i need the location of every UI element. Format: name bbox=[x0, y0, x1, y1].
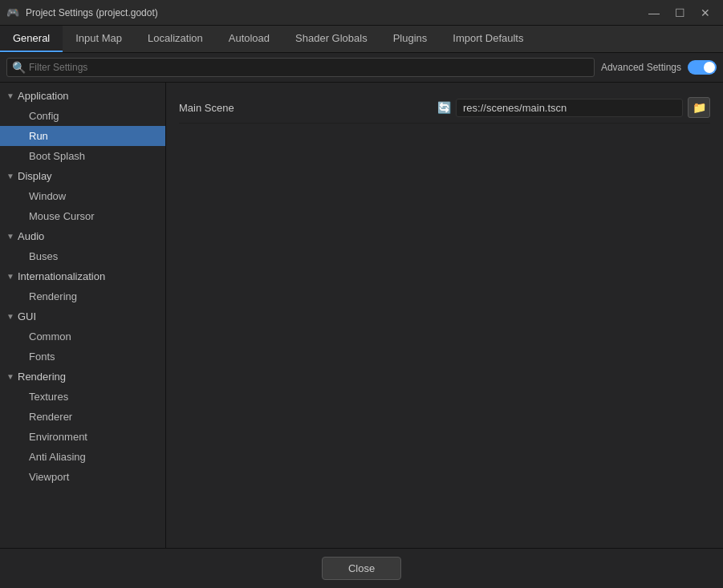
chevron-gui-icon: ▼ bbox=[6, 312, 14, 321]
sidebar-item-renderer[interactable]: Renderer bbox=[0, 407, 165, 427]
chevron-audio-icon: ▼ bbox=[6, 232, 14, 241]
sidebar-item-run[interactable]: Run bbox=[0, 126, 165, 146]
sidebar: ▼ApplicationConfigRunBoot Splash▼Display… bbox=[0, 83, 166, 548]
content-value-wrap: 🔄res://scenes/main.tscn📁 bbox=[437, 97, 710, 118]
dialog: GeneralInput MapLocalizationAutoloadShad… bbox=[0, 26, 723, 588]
content-value-text: res://scenes/main.tscn bbox=[456, 99, 683, 117]
close-dialog-button[interactable]: Close bbox=[322, 557, 401, 580]
sidebar-group-header-application[interactable]: ▼Application bbox=[0, 86, 165, 106]
sidebar-item-viewport[interactable]: Viewport bbox=[0, 467, 165, 487]
toggle-knob bbox=[704, 62, 715, 73]
app-icon: 🎮 bbox=[6, 6, 19, 19]
sidebar-group-label-audio: Audio bbox=[18, 230, 44, 242]
sidebar-group-header-audio[interactable]: ▼Audio bbox=[0, 226, 165, 246]
tabs-row: GeneralInput MapLocalizationAutoloadShad… bbox=[0, 26, 723, 53]
window-title: Project Settings (project.godot) bbox=[26, 7, 158, 18]
sidebar-group-internationalization: ▼InternationalizationRendering bbox=[0, 266, 165, 306]
sidebar-group-header-gui[interactable]: ▼GUI bbox=[0, 306, 165, 326]
sidebar-group-header-display[interactable]: ▼Display bbox=[0, 166, 165, 186]
title-bar: 🎮 Project Settings (project.godot) — ☐ ✕ bbox=[0, 0, 723, 26]
sidebar-item-boot-splash[interactable]: Boot Splash bbox=[0, 146, 165, 166]
main-content: ▼ApplicationConfigRunBoot Splash▼Display… bbox=[0, 83, 723, 548]
sidebar-item-rendering[interactable]: Rendering bbox=[0, 286, 165, 306]
filter-row: 🔍 Advanced Settings bbox=[0, 53, 723, 83]
tab-localization[interactable]: Localization bbox=[135, 26, 216, 52]
sidebar-item-mouse-cursor[interactable]: Mouse Cursor bbox=[0, 206, 165, 226]
reload-icon[interactable]: 🔄 bbox=[437, 101, 451, 114]
chevron-display-icon: ▼ bbox=[6, 172, 14, 180]
advanced-settings-label: Advanced Settings bbox=[601, 62, 681, 73]
sidebar-item-fonts[interactable]: Fonts bbox=[0, 347, 165, 367]
advanced-settings-wrap: Advanced Settings bbox=[601, 60, 717, 75]
tab-shader-globals[interactable]: Shader Globals bbox=[282, 26, 380, 52]
tab-plugins[interactable]: Plugins bbox=[380, 26, 441, 52]
sidebar-group-application: ▼ApplicationConfigRunBoot Splash bbox=[0, 86, 165, 166]
minimize-button[interactable]: — bbox=[643, 3, 665, 22]
sidebar-group-header-internationalization[interactable]: ▼Internationalization bbox=[0, 266, 165, 286]
content-row: Main Scene🔄res://scenes/main.tscn📁 bbox=[179, 92, 710, 124]
maximize-button[interactable]: ☐ bbox=[668, 3, 691, 22]
sidebar-group-label-gui: GUI bbox=[18, 310, 36, 322]
title-controls: — ☐ ✕ bbox=[643, 3, 717, 22]
sidebar-item-window[interactable]: Window bbox=[0, 186, 165, 206]
tab-import-defaults[interactable]: Import Defaults bbox=[440, 26, 536, 52]
advanced-settings-toggle[interactable] bbox=[688, 60, 717, 75]
sidebar-group-gui: ▼GUICommonFonts bbox=[0, 306, 165, 367]
bottom-bar: Close bbox=[0, 548, 723, 588]
sidebar-group-header-rendering[interactable]: ▼Rendering bbox=[0, 367, 165, 387]
sidebar-item-buses[interactable]: Buses bbox=[0, 246, 165, 266]
tab-input-map[interactable]: Input Map bbox=[63, 26, 135, 52]
title-bar-left: 🎮 Project Settings (project.godot) bbox=[6, 6, 158, 19]
chevron-rendering-icon: ▼ bbox=[6, 372, 14, 381]
sidebar-item-anti-aliasing[interactable]: Anti Aliasing bbox=[0, 447, 165, 467]
sidebar-item-environment[interactable]: Environment bbox=[0, 427, 165, 447]
folder-button[interactable]: 📁 bbox=[688, 97, 710, 118]
sidebar-item-common[interactable]: Common bbox=[0, 326, 165, 347]
chevron-internationalization-icon: ▼ bbox=[6, 272, 14, 281]
tab-autoload[interactable]: Autoload bbox=[216, 26, 282, 52]
sidebar-group-label-internationalization: Internationalization bbox=[18, 270, 105, 282]
sidebar-group-audio: ▼AudioBuses bbox=[0, 226, 165, 266]
chevron-application-icon: ▼ bbox=[6, 91, 14, 100]
sidebar-item-config[interactable]: Config bbox=[0, 106, 165, 126]
window-close-button[interactable]: ✕ bbox=[694, 3, 717, 22]
sidebar-group-display: ▼DisplayWindowMouse Cursor bbox=[0, 166, 165, 226]
tab-general[interactable]: General bbox=[0, 26, 63, 52]
filter-input-wrap: 🔍 bbox=[6, 58, 595, 77]
search-icon: 🔍 bbox=[12, 61, 26, 74]
sidebar-group-rendering: ▼RenderingTexturesRendererEnvironmentAnt… bbox=[0, 367, 165, 487]
content-row-label: Main Scene bbox=[179, 102, 437, 114]
sidebar-group-label-display: Display bbox=[18, 170, 52, 182]
sidebar-group-label-application: Application bbox=[18, 90, 69, 102]
content-panel: Main Scene🔄res://scenes/main.tscn📁 bbox=[166, 83, 723, 548]
filter-input[interactable] bbox=[29, 62, 589, 73]
sidebar-group-label-rendering: Rendering bbox=[18, 371, 66, 383]
sidebar-item-textures[interactable]: Textures bbox=[0, 387, 165, 407]
